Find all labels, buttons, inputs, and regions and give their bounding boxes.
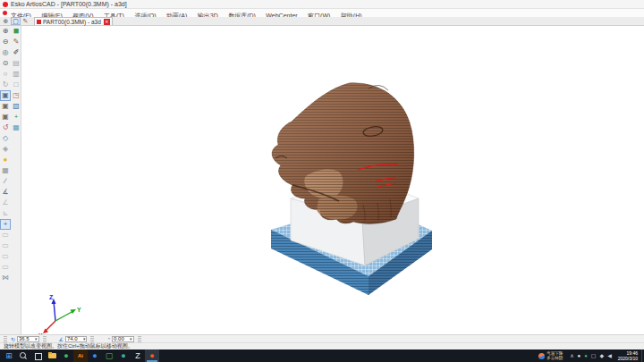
document-icon (37, 20, 41, 24)
3d-model-canvas: Z Y X (21, 26, 644, 334)
document-tab-label: PART00(0.3MM) - a3d (43, 19, 101, 25)
weather-widget[interactable]: 气温下降 多云转阴 (538, 351, 563, 360)
angle-value: 0.00 (114, 336, 128, 341)
angle-icon: ∡ (59, 336, 64, 342)
taskbar-app[interactable]: ● (116, 349, 131, 362)
taskbar-app[interactable] (30, 349, 45, 362)
tool-icon[interactable]: ▭ (0, 262, 11, 273)
taskbar-clock[interactable]: 19:46 2020/3/10 (618, 350, 638, 361)
tool-icon[interactable]: ✐ (11, 47, 21, 58)
app-icon (3, 11, 7, 15)
clock-date: 2020/3/10 (618, 356, 638, 361)
tool-icon[interactable]: ▧ (11, 101, 21, 112)
taskbar-app[interactable]: ▢ (102, 349, 116, 362)
tab-close-icon[interactable]: ✕ (104, 19, 110, 25)
tray-icon[interactable]: ▢ (591, 349, 597, 362)
angle-input[interactable]: 36.5 ▾ (17, 336, 39, 342)
tool-icon[interactable]: ▣ (0, 112, 11, 122)
toolbar-grip[interactable] (43, 336, 47, 342)
tool-icon[interactable]: ∡ (0, 187, 11, 198)
weather-icon (538, 353, 545, 359)
taskbar-app[interactable] (16, 349, 30, 362)
quick-tool-icon[interactable]: ▢ (11, 17, 21, 25)
angle-control: ↻ 36.5 ▾ (11, 336, 50, 342)
tool-icon[interactable]: ▣ (0, 101, 11, 112)
toolbar-grip[interactable] (4, 336, 7, 342)
angle-value: 74.0 (67, 336, 81, 341)
tray-icon[interactable]: ◀ (607, 349, 612, 362)
tool-icon[interactable]: ↺ (0, 122, 11, 133)
windows-taskbar: ⊞ ● Ai ● (0, 349, 644, 362)
taskbar-app[interactable] (45, 349, 59, 362)
tool-icon[interactable]: ∠ (0, 198, 11, 208)
tool-icon[interactable]: + (0, 219, 11, 230)
tool-icon[interactable]: ◼ (11, 26, 21, 37)
tray-icon[interactable]: ● (578, 349, 581, 362)
angle-input[interactable]: 0.00 ▾ (112, 336, 134, 342)
taskbar-app[interactable]: ● (145, 349, 159, 362)
taskbar-app[interactable]: ⊞ (2, 349, 16, 362)
toolbar-grip[interactable] (90, 336, 94, 342)
tray-icons: ∧ ● ● ▢ ◆ ◀ (568, 349, 614, 362)
axis-indicator: Z Y X (38, 294, 81, 334)
tool-icon[interactable]: ◇ (0, 133, 11, 144)
tab-row: ⊕ ▢ ✎ PART00(0.3MM) - a3d ✕ (0, 17, 644, 26)
tool-icon[interactable]: ◈ (0, 144, 11, 155)
tray-icon[interactable]: ● (584, 349, 588, 362)
tray-icon[interactable]: ◆ (600, 349, 605, 362)
toolbar-column-2: ◼ ✎ ✐ ▤ ▥ □ ◳ ▧ + ▦ (11, 26, 21, 133)
dropdown-caret-icon[interactable]: ▾ (130, 336, 132, 341)
taskbar-app[interactable]: Ai (73, 349, 88, 362)
menu-bar: 文件(F) 编辑(E) 视图(V) 工具(T) 选项(O) 动画(A) 输出3D… (0, 9, 644, 17)
document-tab[interactable]: PART00(0.3MM) - a3d ✕ (34, 17, 113, 25)
angle-controls: ↻ 36.5 ▾ ∡ 74.0 ▾ ◔ 0.00 (11, 336, 154, 342)
tool-icon[interactable]: □ (11, 80, 21, 90)
tool-icon[interactable]: ⊙ (0, 58, 11, 69)
tool-icon[interactable]: ⊕ (0, 26, 11, 37)
angle-value: 36.5 (19, 336, 33, 341)
tool-icon[interactable]: ○ (0, 69, 11, 80)
tool-icon[interactable]: + (11, 112, 21, 122)
taskbar-apps: ⊞ ● Ai ● (0, 349, 159, 362)
dropdown-caret-icon[interactable]: ▾ (83, 336, 86, 341)
tool-icon[interactable]: ↻ (0, 80, 11, 90)
axis-z-label: Z (49, 294, 54, 300)
tool-icon[interactable]: ▦ (0, 165, 11, 176)
esko-logo-icon (3, 2, 8, 7)
tool-icon[interactable]: ⊖ (0, 37, 11, 47)
tool-icon[interactable]: ✎ (11, 37, 21, 47)
tool-icon[interactable]: ▦ (11, 122, 21, 133)
quick-tool-icon[interactable]: ✎ (21, 17, 30, 25)
3d-viewport[interactable]: Z Y X (21, 26, 644, 334)
tool-icon[interactable]: ▤ (11, 58, 21, 69)
angle-icon: ↻ (11, 336, 15, 342)
angle-input[interactable]: 74.0 ▾ (65, 336, 88, 342)
tool-icon[interactable]: ▭ (0, 251, 11, 262)
tool-icon[interactable]: ∕ (0, 176, 11, 187)
toolbar-grip[interactable] (138, 336, 141, 342)
tray-icon[interactable]: ∧ (570, 349, 573, 362)
tool-icon[interactable]: ● (0, 155, 11, 165)
toolbar-column-1: ⊕ ⊖ ◎ ⊙ ○ ↻ ▣ ▣ ▣ ↺ ◇ ◈ (0, 26, 11, 283)
angle-control: ∡ 74.0 ▾ (59, 336, 98, 342)
dropdown-caret-icon[interactable]: ▾ (35, 336, 38, 341)
tool-icon[interactable]: ▣ (0, 90, 11, 101)
tool-icon[interactable]: ▥ (11, 69, 21, 80)
tool-icon[interactable]: ▭ (0, 230, 11, 240)
tool-icon[interactable]: ▭ (0, 240, 11, 251)
weather-line2: 多云转阴 (547, 356, 563, 360)
tool-icon[interactable]: ⋈ (0, 273, 11, 283)
angle-control: ◔ 0.00 ▾ (106, 336, 144, 342)
tool-icon[interactable]: ◳ (11, 90, 21, 101)
taskbar-app[interactable]: ● (88, 349, 102, 362)
quick-tool-icon[interactable]: ⊕ (1, 17, 11, 25)
tool-icon[interactable]: ◎ (0, 47, 11, 58)
system-tray-area: 气温下降 多云转阴 ∧ ● ● ▢ ◆ ◀ 19:46 2020/3/10 (538, 349, 644, 362)
left-toolbar: ⊕ ⊖ ◎ ⊙ ○ ↻ ▣ ▣ ▣ ↺ ◇ ◈ (0, 26, 21, 334)
tool-icon[interactable]: ⊾ (0, 208, 11, 219)
taskbar-app[interactable]: Z (131, 349, 145, 362)
angle-icon: ◔ (106, 336, 110, 341)
view-angle-bar: ↻ 36.5 ▾ ∡ 74.0 ▾ ◔ 0.00 (0, 334, 644, 342)
status-bar: 旋转模型以改变视图。按住Ctrl+拖动鼠标以移动视图。 (0, 342, 644, 349)
taskbar-app[interactable]: ● (59, 349, 73, 362)
